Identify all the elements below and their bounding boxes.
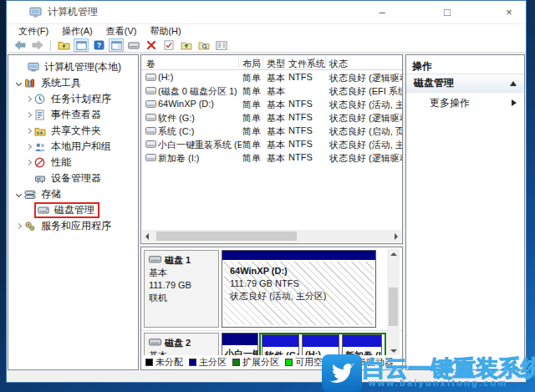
- task-check-icon[interactable]: [161, 38, 176, 52]
- legend-color-swatch: [232, 359, 240, 366]
- column-header-1[interactable]: 布局: [242, 58, 261, 70]
- menu-item-3[interactable]: 帮助(H): [143, 25, 187, 38]
- chevron-right-icon[interactable]: [13, 224, 24, 228]
- show-console-tree-icon[interactable]: [74, 38, 89, 52]
- chevron-right-icon[interactable]: [23, 129, 34, 133]
- volume-cell: 状态良好 (逻辑驱动器): [329, 152, 402, 165]
- actions-pane-title: 操作: [406, 55, 524, 74]
- clock-icon: [34, 93, 48, 105]
- tree-item-users[interactable]: 本地用户和组: [8, 139, 138, 155]
- volume-row-5[interactable]: 小白一键重装系统 (E:)简单基本NTFS状态良好 (活动, 主分区): [141, 138, 402, 151]
- tree-item-storage[interactable]: 存储: [8, 186, 138, 202]
- volume-row-0[interactable]: (H:)简单基本NTFS状态良好 (逻辑驱动器): [141, 71, 402, 84]
- tree-item-clock[interactable]: 任务计划程序: [8, 91, 138, 107]
- column-header-3[interactable]: 文件系统: [288, 58, 325, 70]
- volume-row-1[interactable]: (磁盘 0 磁盘分区 1)简单基本状态良好 (EFI 系统分区): [141, 84, 402, 98]
- volume-row-6[interactable]: 新加卷 (I:)简单基本NTFS状态良好 (逻辑驱动器): [141, 151, 402, 165]
- tree-item-label: 设备管理器: [51, 171, 101, 186]
- volume-row-3[interactable]: 软件 (G:)简单基本NTFS状态良好 (逻辑驱动器): [141, 111, 402, 125]
- volume-icon: [145, 74, 156, 84]
- services-icon: [24, 220, 38, 232]
- volume-cell: 系统 (C:): [158, 125, 242, 138]
- tree-item-services[interactable]: 服务和应用程序: [8, 218, 138, 234]
- chevron-right-icon[interactable]: [23, 160, 34, 165]
- shared-folder-icon: [34, 125, 48, 137]
- column-separator: [238, 57, 239, 68]
- tree-item-performance[interactable]: 性能: [8, 155, 138, 171]
- folder-search-icon[interactable]: [196, 38, 211, 52]
- menu-item-0[interactable]: 文件(F): [12, 25, 55, 38]
- chevron-down-icon[interactable]: [13, 192, 24, 196]
- menu-item-2[interactable]: 查看(V): [99, 25, 144, 38]
- volume-icon: [145, 140, 156, 150]
- delete-icon[interactable]: [144, 38, 159, 52]
- horizontal-scrollbar[interactable]: [142, 230, 401, 242]
- tree-item-disk[interactable]: 磁盘管理: [8, 202, 138, 218]
- partition-64WinXP (D:)[interactable]: 64WinXP (D:)111.79 GB NTFS状态良好 (活动, 主分区): [222, 250, 376, 328]
- partition-strip: 64WinXP (D:)111.79 GB NTFS状态良好 (活动, 主分区): [222, 250, 385, 330]
- legend-label: 主分区: [199, 356, 227, 369]
- volume-list-rows: (H:)简单基本NTFS状态良好 (逻辑驱动器)(磁盘 0 磁盘分区 1)简单基…: [141, 71, 402, 165]
- volume-cell: 状态良好 (活动, 主分区): [329, 139, 402, 151]
- volume-row-2[interactable]: 64WinXP (D:)简单基本NTFS状态良好 (活动, 主分区): [141, 98, 402, 111]
- chevron-right-icon[interactable]: [23, 113, 34, 117]
- volume-cell: 小白一键重装系统 (E:): [158, 139, 242, 151]
- svg-text:?: ?: [96, 41, 101, 49]
- chevron-right-icon[interactable]: [23, 145, 34, 149]
- volume-row-4[interactable]: 系统 (C:)简单基本NTFS状态良好 (启动, 页面文件, 故障转储, 主分区…: [141, 125, 402, 138]
- disk-icon[interactable]: [126, 38, 141, 52]
- details-icon[interactable]: [214, 38, 229, 52]
- volume-cell: (H:): [158, 72, 242, 82]
- show-action-pane-icon[interactable]: [109, 38, 124, 52]
- back-icon[interactable]: [13, 38, 28, 52]
- scroll-right-icon[interactable]: [395, 233, 398, 240]
- tree-item-event-log[interactable]: 事件查看器: [8, 107, 138, 123]
- tree-item-label: 性能: [51, 155, 71, 170]
- volume-icon: [145, 114, 156, 124]
- partition-size: 111.79 GB NTFS: [230, 277, 368, 290]
- watermark-logo-badge: [322, 354, 362, 392]
- tree-item-device[interactable]: 设备管理器: [8, 171, 138, 186]
- chevron-right-icon[interactable]: [23, 97, 34, 101]
- toolbar-separator: [50, 40, 51, 51]
- scroll-left-icon[interactable]: [145, 233, 149, 240]
- scroll-up-icon[interactable]: [390, 252, 397, 256]
- volume-cell: 基本: [267, 125, 285, 138]
- scrollbar-thumb[interactable]: [156, 232, 297, 241]
- users-icon: [34, 140, 48, 153]
- volume-list-header: 卷布局类型文件系统状态: [141, 55, 402, 70]
- legend-color-swatch: [145, 359, 153, 366]
- maximize-button[interactable]: □: [433, 1, 461, 23]
- volume-cell: 简单: [242, 152, 261, 165]
- collapse-section-icon[interactable]: [510, 81, 517, 86]
- folder-upload-icon[interactable]: [179, 38, 194, 52]
- volume-icon: [145, 154, 156, 164]
- column-header-4[interactable]: 状态: [329, 58, 348, 70]
- tree-item-label: 系统工具: [41, 76, 81, 90]
- disk-info-box[interactable]: 磁盘 1基本111.79 GB联机: [144, 250, 219, 328]
- forward-icon[interactable]: [30, 38, 45, 52]
- volume-cell: NTFS: [288, 125, 313, 135]
- more-actions-item[interactable]: 更多操作: [406, 93, 524, 113]
- minimize-button[interactable]: –: [368, 1, 396, 23]
- menu-item-1[interactable]: 操作(A): [55, 25, 99, 38]
- tree-item-label: 任务计划程序: [51, 92, 111, 106]
- column-header-2[interactable]: 类型: [267, 58, 285, 70]
- vertical-scrollbar[interactable]: [387, 249, 400, 356]
- volume-cell: 状态良好 (EFI 系统分区): [329, 85, 402, 98]
- tree-item-shared-folder[interactable]: 共享文件夹: [8, 123, 138, 139]
- scroll-down-icon[interactable]: [390, 349, 397, 353]
- tree-item-label: 事件查看器: [51, 108, 101, 122]
- storage-icon: [24, 188, 38, 201]
- help-icon[interactable]: ?: [91, 38, 106, 52]
- close-button[interactable]: ×: [495, 1, 523, 23]
- disk-icon: [149, 254, 161, 267]
- column-header-0[interactable]: 卷: [146, 58, 155, 70]
- volume-cell: 简单: [242, 125, 261, 138]
- scrollbar-thumb[interactable]: [389, 288, 398, 326]
- tree-item-computer[interactable]: 计算机管理(本地): [8, 59, 138, 75]
- folder-up-icon[interactable]: [56, 38, 71, 52]
- actions-disk-management-section[interactable]: 磁盘管理: [406, 74, 524, 93]
- tree-item-tools[interactable]: 系统工具: [8, 75, 138, 91]
- chevron-down-icon[interactable]: [13, 81, 24, 85]
